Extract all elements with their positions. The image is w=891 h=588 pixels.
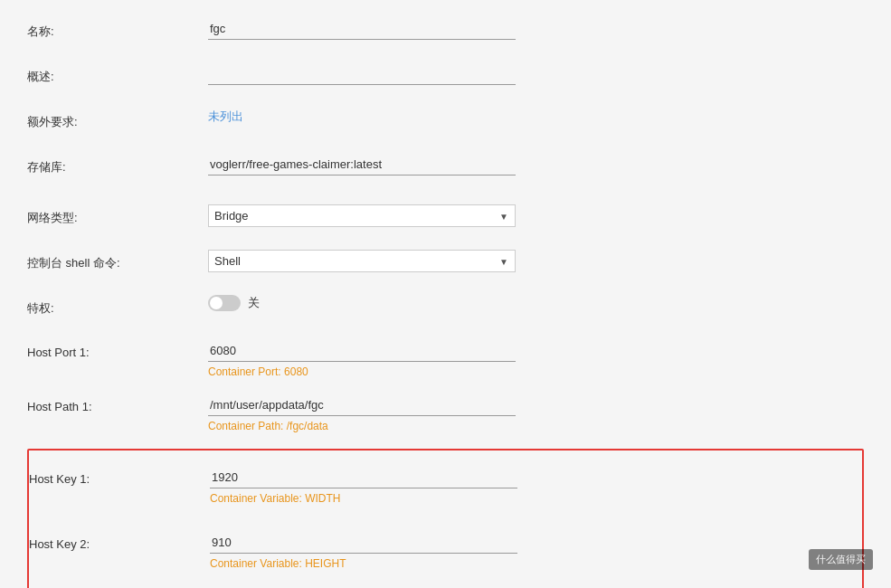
name-input[interactable]: [208, 18, 516, 40]
extra-label: 额外要求:: [27, 109, 208, 130]
network-field: Bridge Host None: [208, 204, 516, 227]
name-label: 名称:: [27, 18, 208, 40]
extra-row: 额外要求: 未列出: [27, 109, 864, 138]
desc-input[interactable]: [208, 63, 516, 85]
console-row: 控制台 shell 命令: Shell bash sh: [27, 250, 864, 279]
page-container: 名称: 概述: 额外要求: 未列出 存储库: 网络类型: Bridge: [0, 0, 891, 588]
host-path1-input[interactable]: [208, 394, 516, 416]
extra-link[interactable]: 未列出: [208, 109, 243, 123]
host-key2-row: Host Key 2: Container Variable: HEIGHT: [29, 525, 862, 574]
repo-row: 存储库:: [27, 154, 864, 183]
console-select[interactable]: Shell bash sh: [208, 250, 516, 272]
host-port1-input[interactable]: [208, 340, 516, 362]
host-key2-field: Container Variable: HEIGHT: [210, 532, 517, 570]
host-key2-input[interactable]: [210, 532, 517, 554]
name-field: [208, 18, 516, 40]
host-key1-field: Container Variable: WIDTH: [210, 467, 517, 505]
host-port1-field: Container Port: 6080: [208, 340, 516, 378]
privilege-label: 特权:: [27, 295, 208, 317]
network-label: 网络类型:: [27, 204, 208, 226]
extra-field: 未列出: [208, 109, 516, 125]
repo-label: 存储库:: [27, 154, 208, 175]
privilege-toggle[interactable]: [208, 295, 241, 311]
console-select-wrapper: Shell bash sh: [208, 250, 516, 272]
container-var1-hint: Container Variable: WIDTH: [210, 492, 517, 505]
container-var2-hint: Container Variable: HEIGHT: [210, 557, 517, 570]
desc-label: 概述:: [27, 63, 208, 85]
container-port-hint: Container Port: 6080: [208, 365, 516, 378]
highlighted-section: Host Key 1: Container Variable: WIDTH Ho…: [27, 449, 864, 588]
host-port1-row: Host Port 1: Container Port: 6080: [27, 340, 864, 378]
console-field: Shell bash sh: [208, 250, 516, 272]
network-select[interactable]: Bridge Host None: [208, 204, 516, 227]
privilege-row: 特权: 关: [27, 295, 864, 324]
host-path1-row: Host Path 1: Container Path: /fgc/data: [27, 394, 864, 432]
host-key1-label: Host Key 1:: [29, 467, 210, 486]
toggle-label: 关: [248, 295, 260, 311]
console-label: 控制台 shell 命令:: [27, 250, 208, 271]
desc-field: [208, 63, 516, 85]
host-key2-label: Host Key 2:: [29, 532, 210, 551]
host-key1-input[interactable]: [210, 467, 517, 488]
container-path-hint: Container Path: /fgc/data: [208, 420, 516, 432]
network-row: 网络类型: Bridge Host None: [27, 204, 864, 233]
host-path1-label: Host Path 1:: [27, 394, 208, 413]
repo-field: [208, 154, 516, 175]
repo-input[interactable]: [208, 154, 516, 175]
host-key1-row: Host Key 1: Container Variable: WIDTH: [29, 460, 862, 508]
privilege-field: 关: [208, 295, 516, 311]
watermark: 什么值得买: [809, 549, 873, 570]
network-select-wrapper: Bridge Host None: [208, 204, 516, 227]
name-row: 名称:: [27, 18, 864, 47]
toggle-row: 关: [208, 295, 516, 311]
host-port1-label: Host Port 1:: [27, 340, 208, 359]
host-path1-field: Container Path: /fgc/data: [208, 394, 516, 432]
desc-row: 概述:: [27, 63, 864, 92]
